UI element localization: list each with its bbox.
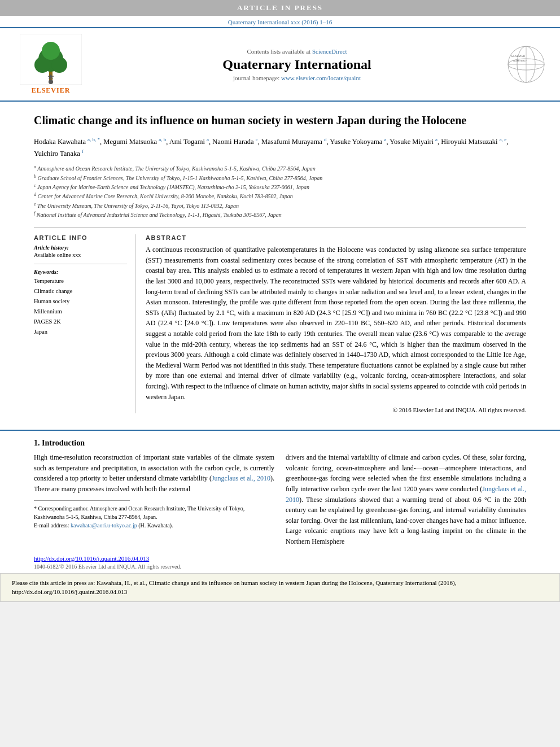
journal-title-header: Quaternary International	[90, 57, 504, 72]
article-content: Climatic change and its influence on hum…	[0, 102, 560, 422]
article-info-col: ARTICLE INFO Article history: Available …	[34, 234, 135, 413]
info-abstract-section: ARTICLE INFO Article history: Available …	[34, 227, 526, 413]
keyword-climatic-change: Climatic change	[34, 286, 127, 296]
homepage-label: journal homepage:	[233, 75, 279, 81]
svg-point-4	[51, 57, 67, 73]
homepage-link[interactable]: www.elsevier.com/locate/quaint	[281, 75, 361, 81]
intro-two-col: High time-resolution reconstruction of i…	[34, 452, 526, 547]
abstract-text: A continuous reconstruction of quantitat…	[146, 244, 526, 402]
keyword-millennium: Millennium	[34, 307, 127, 317]
globe-journal-icon: ELSEVIER QUARTERLY	[506, 45, 546, 84]
svg-text:ELSEVIER: ELSEVIER	[511, 54, 526, 58]
citation-bar: Quaternary International xxx (2016) 1–16	[0, 16, 560, 28]
abstract-copyright: © 2016 Elsevier Ltd and INQUA. All right…	[146, 407, 526, 413]
article-info-heading: ARTICLE INFO	[34, 234, 127, 241]
elsevier-tree-icon	[20, 34, 82, 85]
page-wrapper: ARTICLE IN PRESS Quaternary Internationa…	[0, 0, 560, 602]
intro-right-text: drivers and the internal variability of …	[286, 452, 526, 547]
keywords-label: Keywords:	[34, 269, 127, 275]
footnote-corresponding: * Corresponding author. Atmosphere and O…	[34, 504, 274, 530]
doi-link[interactable]: http://dx.doi.org/10.1016/j.quaint.2016.…	[34, 555, 560, 562]
svg-point-5	[42, 42, 60, 60]
intro-section-title: 1. Introduction	[34, 439, 526, 448]
authors-line: Hodaka Kawahata a, b, *, Megumi Matsuoka…	[34, 136, 526, 159]
keyword-pages2k: PAGES 2K	[34, 317, 127, 327]
introduction-section: 1. Introduction High time-resolution rec…	[0, 439, 560, 547]
available-online: Available online xxx	[34, 252, 127, 258]
doi-section: http://dx.doi.org/10.1016/j.quaint.2016.…	[0, 555, 560, 570]
aip-banner: ARTICLE IN PRESS	[0, 0, 560, 16]
svg-point-6	[49, 80, 53, 84]
journal-header: ELSEVIER Contents lists available at Sci…	[0, 28, 560, 102]
article-history-block: Article history: Available online xxx	[34, 244, 127, 258]
copyright-footer: 1040-6182/© 2016 Elsevier Ltd and INQUA.…	[34, 563, 560, 570]
intro-right-col: drivers and the internal variability of …	[286, 452, 526, 547]
email-label: E-mail address:	[34, 522, 71, 528]
intro-title-text: Introduction	[42, 439, 85, 447]
svg-point-3	[34, 57, 50, 73]
journal-center: Contents lists available at ScienceDirec…	[90, 48, 504, 81]
citation-text: Quaternary International xxx (2016) 1–16	[228, 19, 333, 25]
abstract-col: ABSTRACT A continuous reconstruction of …	[146, 234, 526, 413]
history-label: Article history:	[34, 244, 127, 251]
article-title: Climatic change and its influence on hum…	[34, 113, 526, 128]
svg-text:QUARTERLY: QUARTERLY	[513, 59, 527, 62]
journal-logo-right: ELSEVIER QUARTERLY	[504, 45, 549, 84]
main-divider	[0, 430, 560, 431]
info-divider	[34, 264, 127, 264]
keyword-japan: Japan	[34, 327, 127, 337]
elsevier-label: ELSEVIER	[32, 86, 71, 95]
bottom-citation-text: Please cite this article in press as: Ka…	[12, 579, 456, 596]
contents-label: Contents lists available at	[247, 48, 310, 55]
intro-left-col: High time-resolution reconstruction of i…	[34, 452, 274, 547]
bottom-citation-bar: Please cite this article in press as: Ka…	[0, 573, 560, 602]
intro-section-number: 1.	[34, 439, 40, 447]
abstract-heading: ABSTRACT	[146, 234, 526, 241]
doi-anchor[interactable]: http://dx.doi.org/10.1016/j.quaint.2016.…	[34, 555, 149, 562]
keyword-temperature: Temperature	[34, 276, 127, 286]
jungclaus-link-1[interactable]: Jungclaus et al., 2010	[212, 474, 270, 482]
keyword-list: Temperature Climatic change Human societ…	[34, 276, 127, 337]
aip-banner-text: ARTICLE IN PRESS	[237, 3, 323, 12]
journal-logo-left: ELSEVIER	[11, 34, 90, 95]
footnote-divider	[34, 500, 130, 501]
journal-homepage: journal homepage: www.elsevier.com/locat…	[90, 75, 504, 81]
jungclaus-link-2[interactable]: Jungclaus et al., 2010	[286, 485, 526, 504]
sciencedirect-anchor[interactable]: ScienceDirect	[312, 48, 347, 55]
sciencedirect-link: Contents lists available at ScienceDirec…	[90, 48, 504, 55]
keyword-human-society: Human society	[34, 296, 127, 307]
intro-left-text: High time-resolution reconstruction of i…	[34, 452, 274, 494]
email-link[interactable]: kawahata@aori.u-tokyo.ac.jp	[71, 522, 137, 528]
affiliations: a Atmosphere and Ocean Research Institut…	[34, 164, 526, 219]
email-suffix: (H. Kawahata).	[138, 522, 173, 528]
keywords-block: Keywords: Temperature Climatic change Hu…	[34, 269, 127, 337]
